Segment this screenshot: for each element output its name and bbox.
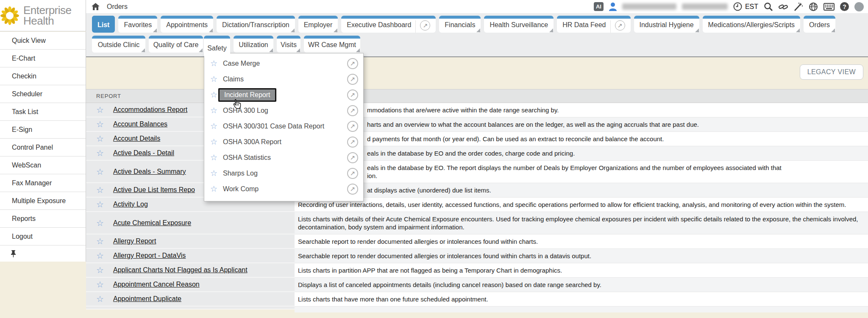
report-link-account-balances[interactable]: Account Balances	[113, 120, 167, 128]
sidebar-item-reports[interactable]: Reports	[0, 210, 86, 228]
star-icon[interactable]: ☆	[96, 294, 113, 304]
sidebar-item-webscan[interactable]: WebScan	[0, 156, 86, 174]
report-link-appointment-duplicate[interactable]: Appointment Duplicate	[113, 295, 181, 303]
star-icon[interactable]: ☆	[210, 106, 223, 115]
breadcrumb: Orders	[107, 3, 128, 11]
avatar-circle[interactable]	[854, 2, 864, 11]
tab-appointments[interactable]: Appointments	[161, 16, 213, 33]
external-link-icon[interactable]: ↗	[420, 20, 430, 31]
link-icon[interactable]	[779, 2, 788, 11]
sidebar-item-scheduler[interactable]: Scheduler	[0, 85, 86, 103]
pin-icon[interactable]	[11, 250, 16, 257]
tab-employer[interactable]: Employer	[298, 16, 338, 33]
tab-quality-of-care[interactable]: Quality of Care	[149, 36, 203, 53]
user-icon[interactable]	[609, 3, 617, 11]
menu-item-case-merge[interactable]: ☆Case Merge↗	[204, 56, 363, 71]
report-link-applicant-charts-not-flagged-as-is-applicant[interactable]: Applicant Charts Not Flagged as Is Appli…	[113, 266, 248, 274]
star-icon[interactable]: ☆	[210, 59, 223, 68]
external-link-icon[interactable]: ↗	[347, 74, 358, 85]
star-icon[interactable]: ☆	[96, 148, 113, 158]
sidebar-item-e-chart[interactable]: E-Chart	[0, 50, 86, 67]
report-link-appointment-cancel-reason[interactable]: Appointment Cancel Reason	[113, 281, 200, 288]
sidebar-item-checkin[interactable]: Checkin	[0, 67, 86, 85]
external-link-icon[interactable]: ↗	[347, 184, 358, 195]
help-icon[interactable]: ?	[840, 2, 849, 11]
tab-orders[interactable]: Orders	[804, 16, 835, 33]
report-link-active-deals-summary[interactable]: Active Deals - Summary	[113, 168, 186, 176]
search-icon[interactable]	[764, 2, 773, 11]
tab-hr-data-feed[interactable]: HR Data Feed↗	[557, 16, 630, 33]
star-icon[interactable]: ☆	[210, 153, 223, 162]
legacy-view-button[interactable]: LEGACY VIEW	[800, 64, 863, 80]
clock-icon[interactable]	[733, 2, 742, 11]
star-icon[interactable]: ☆	[96, 218, 113, 228]
tab-health-surveillance[interactable]: Health Surveillance	[484, 16, 554, 33]
keyboard-icon[interactable]	[823, 3, 835, 11]
star-icon[interactable]: ☆	[96, 134, 113, 144]
star-icon[interactable]: ☆	[210, 121, 223, 131]
star-icon[interactable]: ☆	[210, 168, 223, 178]
star-icon[interactable]: ☆	[96, 185, 113, 195]
external-link-icon[interactable]: ↗	[347, 121, 358, 132]
menu-item-sharps-log[interactable]: ☆Sharps Log↗	[204, 165, 363, 181]
star-icon[interactable]: ☆	[96, 199, 113, 209]
globe-icon[interactable]	[809, 2, 818, 11]
menu-item-claims[interactable]: ☆Claims↗	[204, 71, 363, 87]
star-icon[interactable]: ☆	[96, 265, 113, 275]
report-link-activity-log[interactable]: Activity Log	[113, 201, 148, 208]
menu-item-work-comp[interactable]: ☆Work Comp↗	[204, 181, 363, 197]
external-link-icon[interactable]: ↗	[347, 105, 358, 116]
tab-financials[interactable]: Financials	[439, 16, 481, 33]
sidebar-item-control-panel[interactable]: Control Panel	[0, 139, 86, 156]
tab-favorites[interactable]: Favorites	[118, 16, 157, 33]
app-logo: Enterprise Health	[0, 0, 86, 31]
tab-dictation-transcription[interactable]: Dictation/Transcription	[217, 16, 295, 33]
sidebar-item-multiple-exposure[interactable]: Multiple Exposure	[0, 192, 86, 210]
sidebar-item-quick-view[interactable]: Quick View	[0, 32, 86, 50]
star-icon[interactable]: ☆	[96, 167, 113, 177]
external-link-icon[interactable]: ↗	[347, 89, 358, 100]
home-icon[interactable]	[92, 3, 100, 10]
menu-item-osha-300a-report[interactable]: ☆OSHA 300A Report↗	[204, 134, 363, 150]
report-link-acute-chemical-exposure[interactable]: Acute Chemical Exposure	[113, 219, 191, 227]
tab-wr-case-mgmt[interactable]: WR Case Mgmt	[304, 36, 360, 53]
tab-label: HR Data Feed	[562, 21, 606, 33]
tab-outside-clinic[interactable]: Outside Clinic	[92, 36, 145, 53]
star-icon[interactable]: ☆	[96, 236, 113, 246]
report-link-allergy-report-datavis[interactable]: Allergy Report - DataVis	[113, 252, 186, 259]
report-link-allergy-report[interactable]: Allergy Report	[113, 237, 156, 245]
external-link-icon[interactable]: ↗	[347, 168, 358, 179]
report-link-active-deals-detail[interactable]: Active Deals - Detail	[113, 149, 174, 157]
tab-utilization[interactable]: Utilization	[234, 36, 273, 53]
star-icon[interactable]: ☆	[96, 251, 113, 261]
ai-badge[interactable]: AI	[594, 2, 604, 11]
external-link-icon[interactable]: ↗	[347, 58, 358, 69]
sidebar-item-logout[interactable]: Logout	[0, 228, 86, 245]
report-link-active-due-list-items-repo[interactable]: Active Due List Items Repo	[113, 186, 195, 194]
star-icon[interactable]: ☆	[210, 74, 223, 84]
tab-visits[interactable]: Visits	[277, 36, 300, 53]
sidebar-item-e-sign[interactable]: E-Sign	[0, 121, 86, 139]
menu-item-osha-statistics[interactable]: ☆OSHA Statistics↗	[204, 150, 363, 165]
external-link-icon[interactable]: ↗	[347, 137, 358, 148]
tab-safety[interactable]: Safety	[204, 36, 230, 56]
menu-item-osha-300-301-case-data-report[interactable]: ☆OSHA 300/301 Case Data Report↗	[204, 118, 363, 134]
tab-medications-allergies-scripts[interactable]: Medications/Allergies/Scripts	[703, 16, 801, 33]
menu-item-incident-report[interactable]: ☆Incident Report↗	[204, 87, 363, 103]
star-icon[interactable]: ☆	[210, 137, 223, 147]
tab-executive-dashboard[interactable]: Executive Dashboard↗	[341, 16, 436, 33]
sidebar-item-fax-manager[interactable]: Fax Manager	[0, 174, 86, 192]
report-link-account-details[interactable]: Account Details	[113, 135, 160, 142]
external-link-icon[interactable]: ↗	[615, 20, 625, 31]
star-icon[interactable]: ☆	[210, 184, 223, 194]
tab-list[interactable]: List	[92, 16, 115, 33]
sidebar-item-task-list[interactable]: Task List	[0, 103, 86, 121]
wand-icon[interactable]	[793, 2, 803, 11]
tab-industrial-hygiene[interactable]: Industrial Hygiene	[634, 16, 699, 33]
star-icon[interactable]: ☆	[96, 119, 113, 129]
external-link-icon[interactable]: ↗	[347, 152, 358, 163]
menu-item-osha-300-log[interactable]: ☆OSHA 300 Log↗	[204, 103, 363, 118]
report-link-accommodations-report[interactable]: Accommodations Report	[113, 106, 187, 114]
star-icon[interactable]: ☆	[96, 279, 113, 290]
star-icon[interactable]: ☆	[96, 105, 113, 115]
